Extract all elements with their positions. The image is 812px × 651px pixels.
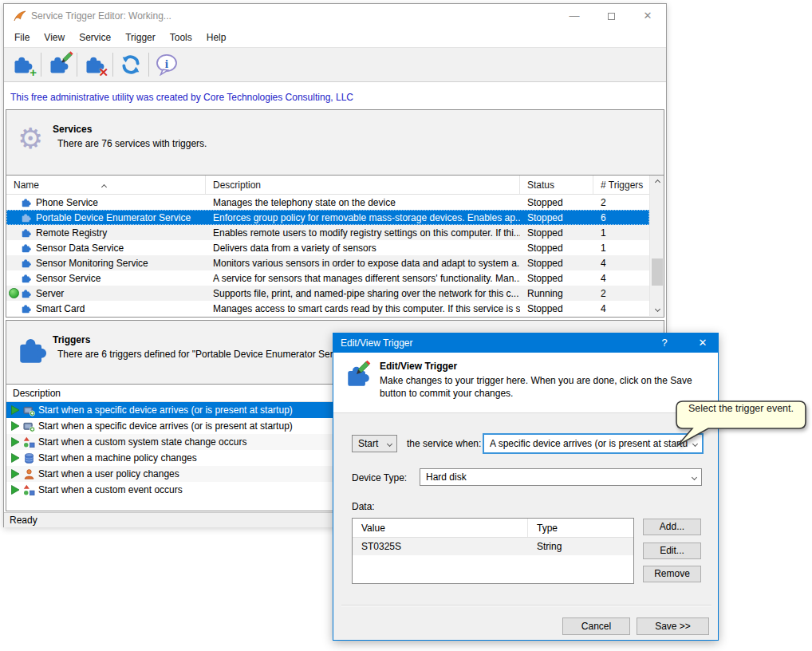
play-icon (10, 420, 21, 432)
edit-view-trigger-dialog: Edit/View Trigger ? ✕ Edit/View Trigger … (333, 333, 719, 641)
table-row[interactable]: Remote Registry Enables remote users to … (6, 225, 649, 240)
play-icon (10, 436, 21, 448)
data-table-header: Value Type (353, 519, 633, 538)
user-policy-icon (23, 468, 35, 480)
maximize-icon (608, 13, 615, 20)
info-bar: This free administrative utility was cre… (4, 82, 666, 112)
menu-bar: File View Service Trigger Tools Help (4, 28, 666, 47)
services-table-header: Name Description Status # Triggers (6, 176, 649, 195)
dialog-title: Edit/View Trigger (341, 333, 413, 353)
tooltip-text: Select the trigger event. (680, 403, 802, 414)
play-icon (10, 404, 21, 416)
plus-badge-icon: + (30, 66, 37, 78)
play-icon (10, 452, 21, 464)
services-subtitle: There are 76 services with triggers. (57, 138, 207, 149)
data-table: Value Type ST0325S String (352, 518, 634, 584)
column-type: Type (528, 519, 633, 537)
info-icon (156, 53, 178, 76)
minimize-button[interactable]: — (556, 4, 593, 28)
about-button[interactable] (151, 49, 183, 80)
device-type-select[interactable]: Hard disk (420, 468, 702, 486)
help-button[interactable]: ? (651, 333, 678, 353)
device-arrival-icon (23, 404, 35, 416)
table-row[interactable]: Phone Service Manages the telephony stat… (6, 195, 649, 210)
refresh-icon (120, 53, 142, 76)
menu-service[interactable]: Service (72, 28, 118, 47)
info-bar-text: This free administrative utility was cre… (10, 92, 353, 103)
toolbar-separator (148, 53, 149, 77)
services-panel: ⚙ Services There are 76 services with tr… (6, 109, 664, 318)
action-select[interactable]: Start (352, 435, 397, 452)
puzzle-icon (21, 197, 32, 208)
column-name[interactable]: Name (6, 176, 206, 194)
maximize-button[interactable] (593, 4, 629, 28)
window-title: Service Trigger Editor: Working... (31, 4, 171, 28)
data-label: Data: (352, 501, 375, 512)
puzzle-icon (21, 227, 32, 239)
table-row[interactable]: Smart Card Manages access to smart cards… (6, 301, 649, 316)
table-row[interactable]: Server Supports file, print, and named-p… (6, 286, 649, 301)
puzzle-icon (16, 333, 49, 367)
toolbar: + ✕ (4, 47, 666, 82)
dialog-header: Edit/View Trigger Make changes to your t… (333, 353, 718, 413)
gear-icon: ⚙ (18, 124, 43, 153)
menu-trigger[interactable]: Trigger (118, 28, 163, 47)
puzzle-icon (21, 258, 32, 269)
column-num-triggers[interactable]: # Triggers (593, 176, 649, 194)
toolbar-separator (77, 53, 77, 77)
scroll-up-icon[interactable] (650, 176, 664, 189)
dialog-header-description: Make changes to your trigger here. When … (380, 374, 697, 400)
custom-event-icon (23, 484, 35, 496)
edit-button[interactable]: Edit... (643, 542, 701, 559)
play-icon (10, 484, 21, 495)
toolbar-separator (41, 53, 41, 77)
menu-file[interactable]: File (7, 28, 37, 47)
pencil-icon (60, 50, 74, 65)
table-row[interactable]: Sensor Data Service Delivers data from a… (6, 240, 649, 255)
puzzle-icon (21, 288, 32, 299)
dialog-titlebar[interactable]: Edit/View Trigger ? ✕ (333, 333, 718, 353)
table-row[interactable]: Sensor Monitoring Service Monitors vario… (6, 255, 649, 270)
screen: Service Trigger Editor: Working... — ✕ F… (0, 0, 812, 651)
table-row[interactable]: Sensor Service A service for sensors tha… (6, 270, 649, 286)
add-button[interactable]: Add... (643, 519, 701, 535)
cancel-button[interactable]: Cancel (562, 617, 630, 635)
table-row[interactable]: ST0325S String (353, 538, 633, 555)
save-button[interactable]: Save >> (637, 617, 709, 635)
running-indicator-icon (9, 288, 19, 298)
scroll-thumb[interactable] (652, 258, 663, 286)
column-status[interactable]: Status (520, 176, 593, 194)
services-scrollbar[interactable] (649, 176, 664, 316)
dialog-close-button[interactable]: ✕ (688, 333, 718, 353)
table-row-selected[interactable]: Portable Device Enumerator Service Enfor… (6, 210, 649, 225)
column-value: Value (353, 519, 528, 537)
edit-trigger-button[interactable] (43, 49, 75, 80)
dialog-separator (341, 605, 711, 606)
device-arrival-icon (23, 420, 35, 432)
service-when-label: the service when: (407, 438, 481, 449)
menu-tools[interactable]: Tools (163, 28, 199, 47)
puzzle-icon (21, 212, 32, 223)
app-icon (13, 9, 27, 23)
remove-button[interactable]: Remove (643, 566, 701, 582)
close-button[interactable]: ✕ (629, 4, 666, 28)
puzzle-icon (21, 303, 32, 314)
services-title: Services (53, 124, 92, 135)
x-badge-icon: ✕ (98, 66, 108, 78)
column-description[interactable]: Description (206, 176, 520, 194)
scroll-down-icon[interactable] (650, 302, 664, 316)
device-type-label: Device Type: (352, 472, 407, 483)
menu-help[interactable]: Help (199, 28, 234, 47)
dialog-header-title: Edit/View Trigger (380, 361, 457, 372)
chevron-down-icon (687, 475, 701, 479)
refresh-button[interactable] (115, 49, 147, 80)
machine-policy-icon (23, 452, 35, 464)
delete-trigger-button[interactable]: ✕ (79, 49, 111, 80)
window-titlebar[interactable]: Service Trigger Editor: Working... — ✕ (4, 4, 666, 28)
puzzle-icon (21, 243, 32, 254)
triggers-subtitle: There are 6 triggers defined for "Portab… (57, 349, 357, 360)
add-trigger-button[interactable]: + (7, 49, 39, 80)
triggers-title: Triggers (53, 334, 90, 345)
services-rows: Phone Service Manages the telephony stat… (6, 195, 649, 316)
menu-view[interactable]: View (37, 28, 72, 47)
